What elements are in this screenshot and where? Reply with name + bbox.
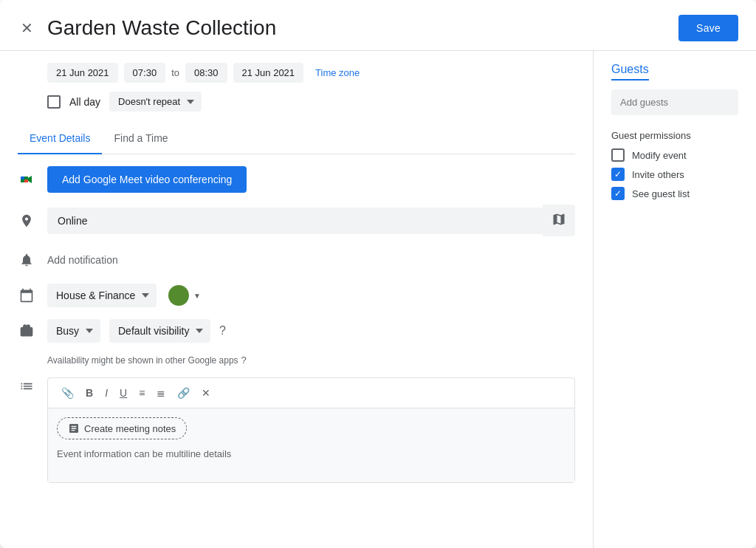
- start-time-button[interactable]: 07:30: [124, 63, 166, 83]
- add-meet-button[interactable]: Add Google Meet video conferencing: [47, 166, 247, 193]
- modal-header: ✕ Garden Waste Collection Save: [0, 0, 756, 51]
- close-button[interactable]: ✕: [18, 19, 35, 37]
- italic-button[interactable]: I: [100, 384, 112, 402]
- color-dropdown-arrow: ▼: [193, 292, 201, 300]
- allday-checkbox[interactable]: [47, 95, 61, 109]
- calendar-row: House & Finance ▼: [18, 284, 575, 307]
- svg-rect-2: [24, 179, 28, 182]
- allday-row: All day Doesn't repeat: [18, 92, 575, 112]
- color-selector: ▼: [168, 285, 201, 306]
- see-guest-checkmark: ✓: [614, 188, 622, 199]
- permission-modify: Modify event: [611, 148, 738, 162]
- add-notification-button[interactable]: Add notification: [47, 248, 118, 272]
- start-date-button[interactable]: 21 Jun 2021: [47, 63, 118, 83]
- visibility-select[interactable]: Default visibility: [109, 319, 210, 343]
- allday-label: All day: [69, 96, 100, 108]
- modify-event-label: Modify event: [632, 150, 687, 161]
- tabs-row: Event Details Find a Time: [18, 123, 575, 154]
- underline-button[interactable]: U: [115, 384, 131, 402]
- create-notes-label: Create meeting notes: [84, 423, 176, 434]
- permissions-title: Guest permissions: [611, 130, 738, 141]
- description-icon: [18, 377, 35, 395]
- add-guests-input[interactable]: [611, 89, 738, 115]
- meet-icon: [18, 171, 35, 188]
- meet-button-label: Add Google Meet video conferencing: [62, 174, 232, 185]
- bell-icon: [18, 251, 35, 269]
- sidebar: Guests Guest permissions Modify event ✓ …: [594, 51, 756, 548]
- event-title: Garden Waste Collection: [47, 16, 678, 40]
- permission-see-guest: ✓ See guest list: [611, 187, 738, 200]
- tab-event-details[interactable]: Event Details: [18, 123, 102, 154]
- invite-checkmark: ✓: [614, 169, 622, 179]
- to-label: to: [171, 67, 179, 78]
- permission-invite: ✓ Invite others: [611, 168, 738, 181]
- unordered-list-button[interactable]: ≣: [152, 384, 170, 402]
- date-time-row: 21 Jun 2021 07:30 to 08:30 21 Jun 2021 T…: [18, 63, 575, 83]
- svg-rect-1: [21, 177, 24, 179]
- location-input-row: [47, 205, 575, 236]
- status-row: Busy Default visibility ?: [47, 319, 226, 343]
- repeat-select[interactable]: Doesn't repeat: [109, 92, 202, 112]
- editor-content[interactable]: Create meeting notes Event information c…: [48, 408, 574, 482]
- attach-button[interactable]: 📎: [57, 384, 78, 402]
- invite-others-checkbox[interactable]: ✓: [611, 168, 625, 181]
- notification-row: Add notification: [18, 248, 575, 272]
- meet-row: Add Google Meet video conferencing: [18, 166, 575, 193]
- briefcase-icon: [18, 322, 35, 340]
- status-visibility-row: Busy Default visibility ?: [18, 319, 575, 343]
- guests-title: Guests: [611, 63, 649, 81]
- location-input[interactable]: [47, 208, 543, 234]
- remove-format-button[interactable]: ✕: [197, 384, 215, 402]
- save-button[interactable]: Save: [678, 15, 738, 41]
- invite-others-label: Invite others: [632, 169, 684, 180]
- see-guest-list-label: See guest list: [632, 188, 690, 199]
- availability-note: Availability might be shown in other Goo…: [18, 355, 575, 366]
- see-guest-list-checkbox[interactable]: ✓: [611, 187, 625, 200]
- color-circle-button[interactable]: [168, 285, 189, 306]
- ordered-list-button[interactable]: ≡: [134, 384, 149, 402]
- help-icon[interactable]: ?: [219, 324, 226, 338]
- description-editor: 📎 B I U ≡ ≣ 🔗 ✕ Create meeting notes: [47, 377, 575, 483]
- main-content: 21 Jun 2021 07:30 to 08:30 21 Jun 2021 T…: [0, 51, 594, 548]
- calendar-select[interactable]: House & Finance: [47, 284, 157, 307]
- end-date-button[interactable]: 21 Jun 2021: [233, 63, 304, 83]
- availability-help-icon[interactable]: ?: [241, 355, 247, 366]
- link-button[interactable]: 🔗: [173, 384, 194, 402]
- location-row: [18, 205, 575, 236]
- editor-toolbar: 📎 B I U ≡ ≣ 🔗 ✕: [48, 378, 574, 408]
- description-row: 📎 B I U ≡ ≣ 🔗 ✕ Create meeting notes: [18, 369, 575, 483]
- map-button[interactable]: [543, 205, 575, 236]
- create-notes-button[interactable]: Create meeting notes: [57, 417, 187, 439]
- location-icon: [18, 212, 35, 230]
- bold-button[interactable]: B: [81, 384, 97, 402]
- calendar-icon: [18, 287, 35, 304]
- event-modal: ✕ Garden Waste Collection Save 21 Jun 20…: [0, 0, 756, 548]
- end-time-button[interactable]: 08:30: [185, 63, 227, 83]
- editor-body-text: Event information can be multiline detai…: [57, 447, 566, 462]
- status-select[interactable]: Busy: [47, 319, 100, 343]
- modify-event-checkbox[interactable]: [611, 148, 625, 162]
- modal-body: 21 Jun 2021 07:30 to 08:30 21 Jun 2021 T…: [0, 51, 756, 548]
- tab-find-time[interactable]: Find a Time: [102, 123, 179, 154]
- timezone-button[interactable]: Time zone: [309, 63, 365, 83]
